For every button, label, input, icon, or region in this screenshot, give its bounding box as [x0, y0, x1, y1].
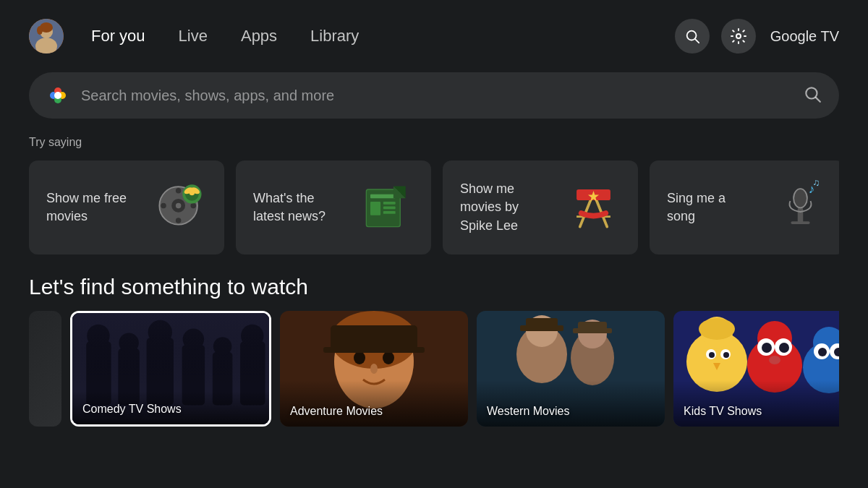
settings-button[interactable] — [721, 19, 756, 53]
search-icon — [684, 28, 700, 44]
suggestion-cards: Show me free movies — [29, 160, 839, 254]
svg-point-4 — [37, 26, 43, 35]
svg-rect-32 — [383, 206, 396, 209]
svg-text:♫: ♫ — [812, 179, 820, 188]
svg-rect-33 — [383, 211, 396, 214]
nav-library[interactable]: Library — [297, 20, 372, 53]
search-button[interactable] — [675, 19, 710, 53]
nav-apps[interactable]: Apps — [228, 20, 290, 53]
svg-point-18 — [176, 202, 182, 208]
svg-rect-31 — [383, 201, 396, 204]
suggestion-sing-song[interactable]: Sing me a song ♪ ♫ — [650, 160, 839, 254]
film-gift-icon — [153, 177, 207, 239]
search-bar[interactable]: Search movies, shows, apps, and more — [29, 72, 839, 119]
settings-icon — [730, 27, 747, 45]
header: For you Live Apps Library Google TV — [0, 0, 868, 72]
search-section: Search movies, shows, apps, and more — [0, 72, 868, 136]
watch-section: Let's find something to watch — [0, 275, 868, 427]
nav-live[interactable]: Live — [166, 20, 221, 53]
suggestion-latest-news[interactable]: What's the latest news? — [236, 160, 431, 254]
svg-point-20 — [176, 218, 182, 223]
svg-line-15 — [816, 98, 820, 102]
svg-point-13 — [54, 92, 61, 99]
navigation: For you Live Apps Library — [78, 20, 675, 53]
watch-title: Let's find something to watch — [29, 275, 839, 299]
nav-for-you[interactable]: For you — [78, 20, 158, 53]
kids-card-label: Kids TV Shows — [684, 405, 762, 418]
comedy-card-label: Comedy TV Shows — [82, 403, 182, 416]
microphone-icon: ♪ ♫ — [773, 179, 827, 236]
svg-rect-29 — [370, 194, 396, 198]
kids-tv-shows-card[interactable]: Kids TV Shows — [673, 311, 839, 427]
suggestion-spike-lee[interactable]: Show me movies by Spike Lee — [443, 160, 638, 254]
svg-point-22 — [191, 202, 197, 208]
adventure-card-label: Adventure Movies — [290, 405, 383, 418]
svg-point-43 — [793, 189, 807, 207]
svg-rect-42 — [791, 221, 809, 224]
header-actions: Google TV — [675, 19, 839, 53]
svg-point-21 — [161, 202, 166, 208]
partial-left-card — [29, 311, 61, 427]
svg-rect-41 — [798, 207, 804, 223]
avatar[interactable] — [29, 19, 64, 53]
svg-rect-30 — [370, 201, 380, 215]
western-movies-card[interactable]: Western Movies — [477, 311, 665, 427]
try-saying-label: Try saying — [29, 136, 839, 149]
comedy-tv-shows-card[interactable]: Comedy TV Shows — [70, 311, 271, 427]
brand-name: Google TV — [770, 28, 839, 45]
western-card-label: Western Movies — [487, 405, 569, 418]
newspaper-icon — [359, 179, 414, 236]
search-icon-right — [803, 85, 822, 106]
svg-line-6 — [695, 39, 699, 43]
assistant-icon — [46, 84, 69, 107]
try-saying-section: Try saying Show me free movies — [0, 136, 868, 275]
svg-point-7 — [736, 34, 741, 38]
avatar-image — [29, 19, 64, 53]
svg-point-19 — [176, 188, 182, 194]
search-placeholder-text: Search movies, shows, apps, and more — [81, 87, 803, 104]
director-chair-icon — [566, 179, 621, 236]
suggestion-free-movies[interactable]: Show me free movies — [29, 160, 224, 254]
content-cards-row: Comedy TV Shows — [29, 311, 839, 427]
adventure-movies-card[interactable]: Adventure Movies — [280, 311, 468, 427]
svg-point-27 — [190, 189, 195, 195]
